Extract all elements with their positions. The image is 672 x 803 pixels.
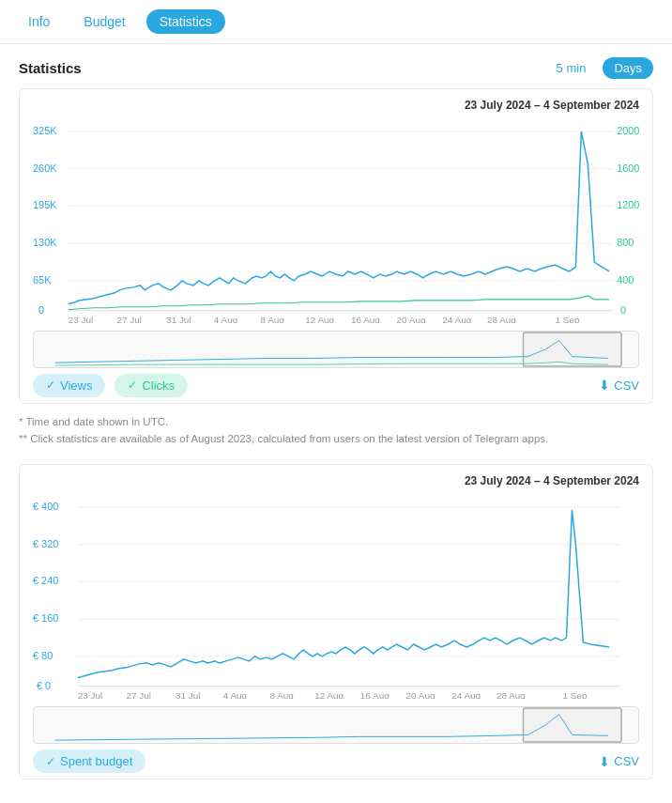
svg-text:€ 240: € 240 — [33, 576, 58, 587]
tab-statistics[interactable]: Statistics — [146, 9, 225, 34]
legend-spent-label: Spent budget — [60, 754, 132, 768]
svg-text:28 Aug: 28 Aug — [496, 690, 526, 699]
svg-text:23 Jul: 23 Jul — [69, 315, 93, 323]
section-header: Statistics 5 min Days — [19, 57, 653, 79]
svg-text:2000: 2000 — [617, 125, 639, 136]
svg-text:325K: 325K — [33, 125, 57, 136]
chart-notes: * Time and date shown in UTC. ** Click s… — [19, 413, 653, 448]
svg-text:1 Sep: 1 Sep — [562, 690, 587, 699]
svg-text:0: 0 — [38, 304, 44, 316]
svg-text:8 Aug: 8 Aug — [261, 315, 284, 323]
svg-text:€ 320: € 320 — [33, 538, 58, 549]
chart1-mini-nav[interactable] — [33, 331, 639, 368]
svg-text:4 Aug: 4 Aug — [214, 315, 237, 323]
svg-text:24 Aug: 24 Aug — [451, 690, 481, 699]
svg-text:€ 160: € 160 — [33, 613, 58, 625]
svg-text:24 Aug: 24 Aug — [442, 315, 471, 323]
chart2-container: 23 July 2024 – 4 September 2024 € 400 € … — [19, 464, 653, 780]
time-btn-5min[interactable]: 5 min — [545, 57, 598, 79]
legend-views-btn[interactable]: ✓ Views — [33, 374, 105, 397]
svg-text:195K: 195K — [33, 199, 57, 210]
svg-text:€ 80: € 80 — [33, 650, 53, 661]
svg-text:400: 400 — [617, 274, 634, 286]
legend-clicks-btn[interactable]: ✓ Clicks — [115, 374, 188, 397]
svg-text:€ 0: € 0 — [37, 680, 51, 691]
chart1-date-range: 23 July 2024 – 4 September 2024 — [33, 99, 639, 112]
svg-text:12 Aug: 12 Aug — [314, 690, 344, 699]
svg-text:8 Aug: 8 Aug — [269, 690, 293, 699]
legend-views-label: Views — [60, 378, 92, 393]
svg-text:800: 800 — [617, 237, 634, 248]
svg-text:16 Aug: 16 Aug — [360, 690, 389, 699]
legend-spent-btn[interactable]: ✓ Spent budget — [33, 749, 145, 773]
svg-text:27 Jul: 27 Jul — [116, 315, 141, 323]
download-icon: ⬇ — [599, 378, 610, 393]
chart2-date-range: 23 July 2024 – 4 September 2024 — [33, 474, 639, 487]
chart1-container: 23 July 2024 – 4 September 2024 325K 260… — [19, 88, 653, 404]
svg-text:65K: 65K — [33, 274, 52, 286]
main-content: Statistics 5 min Days 23 July 2024 – 4 S… — [0, 44, 672, 802]
svg-text:1 Sep: 1 Sep — [556, 315, 580, 323]
svg-text:28 Aug: 28 Aug — [487, 315, 516, 323]
chart2-mini-nav[interactable] — [33, 706, 639, 744]
time-btn-days[interactable]: Days — [603, 57, 653, 79]
svg-text:1200: 1200 — [617, 199, 639, 210]
svg-text:1600: 1600 — [617, 162, 639, 174]
svg-text:0: 0 — [620, 304, 626, 316]
svg-text:31 Jul: 31 Jul — [176, 690, 200, 699]
time-controls: 5 min Days — [545, 57, 653, 79]
tab-info[interactable]: Info — [15, 9, 63, 34]
chart1-csv-label: CSV — [614, 378, 639, 393]
chart2-svg: € 400 € 320 € 240 € 160 € 80 € 0 23 Jul … — [33, 493, 639, 699]
chart1-csv-button[interactable]: ⬇ CSV — [599, 378, 639, 393]
clicks-check-icon: ✓ — [128, 378, 137, 392]
chart2-legend-items: ✓ Spent budget — [33, 749, 145, 773]
download-icon-2: ⬇ — [599, 754, 610, 769]
chart2-legend-row: ✓ Spent budget ⬇ CSV — [33, 749, 639, 773]
page-title: Statistics — [19, 60, 82, 76]
chart2-svg-wrapper: € 400 € 320 € 240 € 160 € 80 € 0 23 Jul … — [33, 493, 639, 699]
chart1-svg: 325K 260K 195K 130K 65K 0 2000 1600 1200… — [33, 117, 639, 323]
svg-text:20 Aug: 20 Aug — [397, 315, 426, 323]
svg-text:260K: 260K — [33, 162, 57, 174]
svg-rect-29 — [524, 332, 622, 366]
svg-text:27 Jul: 27 Jul — [126, 690, 150, 699]
svg-text:€ 400: € 400 — [33, 501, 58, 512]
chart2-csv-label: CSV — [614, 754, 639, 768]
svg-text:16 Aug: 16 Aug — [351, 315, 380, 323]
note-clicks: ** Click statistics are available as of … — [19, 430, 653, 447]
views-check-icon: ✓ — [46, 378, 55, 392]
chart1-legend-items: ✓ Views ✓ Clicks — [33, 374, 188, 397]
top-navigation: Info Budget Statistics — [0, 0, 672, 44]
legend-clicks-label: Clicks — [142, 378, 175, 393]
spent-check-icon: ✓ — [46, 755, 55, 768]
chart1-legend-row: ✓ Views ✓ Clicks ⬇ CSV — [33, 374, 639, 397]
svg-text:130K: 130K — [33, 237, 57, 248]
svg-text:31 Jul: 31 Jul — [166, 315, 191, 323]
svg-rect-53 — [524, 708, 622, 742]
svg-text:20 Aug: 20 Aug — [406, 690, 435, 699]
tab-budget[interactable]: Budget — [70, 9, 138, 34]
svg-text:23 Jul: 23 Jul — [78, 690, 102, 699]
chart1-svg-wrapper: 325K 260K 195K 130K 65K 0 2000 1600 1200… — [33, 117, 639, 323]
svg-text:12 Aug: 12 Aug — [305, 315, 334, 323]
chart2-csv-button[interactable]: ⬇ CSV — [599, 754, 639, 769]
note-utc: * Time and date shown in UTC. — [19, 413, 653, 430]
svg-text:4 Aug: 4 Aug — [223, 690, 247, 699]
